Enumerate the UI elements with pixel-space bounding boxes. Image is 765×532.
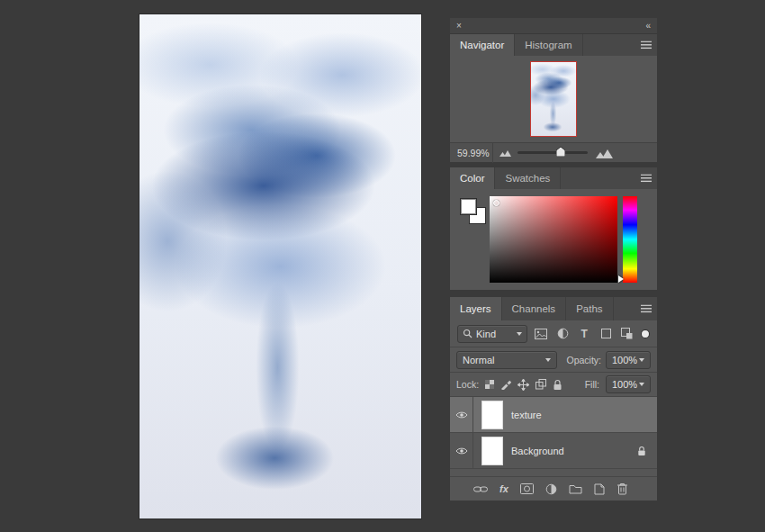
filter-shape-layers-icon[interactable] bbox=[598, 325, 614, 343]
type-glyph: T bbox=[580, 328, 587, 340]
tab-navigator[interactable]: Navigator bbox=[450, 34, 515, 56]
layer-filtering-toggle[interactable] bbox=[641, 329, 650, 338]
filter-kind-dropdown[interactable]: Kind bbox=[457, 325, 527, 343]
zoom-out-icon[interactable] bbox=[500, 149, 511, 157]
blend-mode-row: Normal Opacity: 100% bbox=[450, 347, 657, 373]
opacity-label: Opacity: bbox=[566, 355, 601, 365]
zoom-slider-thumb[interactable] bbox=[556, 147, 565, 157]
layer-name[interactable]: texture bbox=[511, 410, 542, 420]
visibility-toggle[interactable] bbox=[450, 397, 473, 432]
lock-transparent-pixels-icon[interactable] bbox=[485, 380, 494, 389]
panel-menu-icon[interactable] bbox=[641, 305, 652, 313]
tab-paths[interactable]: Paths bbox=[566, 297, 613, 320]
foreground-background-swatches[interactable] bbox=[460, 198, 489, 227]
chevron-down-icon bbox=[639, 383, 644, 386]
layer-row-texture[interactable]: texture bbox=[450, 397, 657, 433]
fill-value: 100% bbox=[612, 379, 637, 390]
navigator-preview[interactable] bbox=[530, 61, 577, 137]
hue-strip[interactable] bbox=[623, 196, 637, 283]
layers-empty-area bbox=[450, 469, 657, 476]
eye-icon bbox=[455, 446, 468, 455]
layer-list: texture Background bbox=[450, 397, 657, 469]
layers-panel: Layers Channels Paths Kind bbox=[450, 297, 657, 500]
layers-tabbar: Layers Channels Paths bbox=[450, 297, 657, 320]
filter-type-layers-icon[interactable]: T bbox=[577, 325, 592, 343]
tab-histogram[interactable]: Histogram bbox=[515, 34, 582, 56]
eye-icon bbox=[455, 410, 468, 419]
layers-bottom-toolbar: fx bbox=[450, 476, 657, 500]
lock-label: Lock: bbox=[456, 379, 479, 390]
zoom-in-icon[interactable] bbox=[596, 148, 613, 158]
color-panel: Color Swatches bbox=[450, 167, 657, 290]
fill-label: Fill: bbox=[585, 379, 599, 390]
new-group-icon[interactable] bbox=[569, 483, 582, 494]
layer-name[interactable]: Background bbox=[511, 446, 564, 456]
zoom-percentage-field[interactable]: 59.99% bbox=[450, 143, 493, 163]
filter-adjustment-layers-icon[interactable] bbox=[555, 325, 571, 343]
adjustment-layer-icon[interactable] bbox=[545, 483, 557, 495]
tab-color[interactable]: Color bbox=[450, 167, 495, 189]
lock-artboard-icon[interactable] bbox=[536, 379, 546, 390]
add-layer-mask-icon[interactable] bbox=[520, 483, 534, 494]
tab-layers[interactable]: Layers bbox=[450, 297, 502, 320]
lock-all-icon[interactable] bbox=[553, 379, 562, 391]
panel-group: × « Navigator Histogram 59.99% bbox=[450, 18, 657, 500]
opacity-dropdown[interactable]: 100% bbox=[606, 351, 651, 369]
layer-lock-icon bbox=[637, 446, 646, 456]
layer-row-background[interactable]: Background bbox=[450, 433, 657, 469]
chevron-down-icon bbox=[639, 358, 644, 362]
chevron-down-icon bbox=[545, 358, 551, 362]
filter-smart-objects-icon[interactable] bbox=[620, 325, 635, 343]
color-body bbox=[450, 189, 657, 290]
lock-image-pixels-icon[interactable] bbox=[500, 379, 511, 390]
delete-layer-icon[interactable] bbox=[616, 482, 628, 495]
new-layer-icon[interactable] bbox=[594, 483, 605, 495]
filter-pixel-layers-icon[interactable] bbox=[534, 325, 549, 343]
color-tabbar: Color Swatches bbox=[450, 167, 657, 189]
tab-swatches[interactable]: Swatches bbox=[495, 167, 561, 189]
panel-menu-icon[interactable] bbox=[641, 175, 652, 183]
photoshop-workspace: × « Navigator Histogram 59.99% bbox=[0, 0, 765, 532]
layer-thumbnail[interactable] bbox=[482, 437, 503, 465]
layer-filter-row: Kind T bbox=[450, 320, 657, 347]
filter-kind-label: Kind bbox=[476, 329, 496, 339]
visibility-toggle[interactable] bbox=[450, 433, 473, 468]
foreground-color-swatch[interactable] bbox=[460, 198, 477, 215]
navigator-panel: Navigator Histogram 59.99% bbox=[450, 34, 657, 162]
panel-group-titlebar: × « bbox=[450, 18, 657, 34]
blend-mode-value: Normal bbox=[463, 355, 494, 365]
hue-marker[interactable] bbox=[618, 275, 624, 283]
navigator-zoombar: 59.99% bbox=[450, 142, 657, 162]
search-icon bbox=[463, 329, 472, 338]
lock-position-icon[interactable] bbox=[518, 379, 529, 391]
tab-channels[interactable]: Channels bbox=[502, 297, 567, 320]
document-canvas[interactable] bbox=[140, 14, 421, 518]
chevron-down-icon bbox=[517, 332, 522, 336]
saturation-brightness-field[interactable] bbox=[490, 196, 617, 283]
lock-row: Lock: Fill: 100% bbox=[450, 373, 657, 397]
navigator-body bbox=[450, 56, 657, 142]
zoom-slider[interactable] bbox=[518, 151, 588, 154]
layer-thumbnail[interactable] bbox=[482, 401, 503, 429]
color-picker-marker[interactable] bbox=[493, 200, 500, 206]
fill-dropdown[interactable]: 100% bbox=[606, 375, 651, 393]
navigator-tabbar: Navigator Histogram bbox=[450, 34, 657, 56]
opacity-value: 100% bbox=[612, 355, 637, 365]
layer-style-icon[interactable]: fx bbox=[500, 483, 508, 494]
panel-menu-icon[interactable] bbox=[641, 41, 652, 50]
blend-mode-dropdown[interactable]: Normal bbox=[456, 351, 557, 369]
close-icon[interactable]: × bbox=[456, 21, 462, 31]
collapse-panels-icon[interactable]: « bbox=[645, 21, 651, 31]
link-layers-icon[interactable] bbox=[473, 485, 488, 493]
